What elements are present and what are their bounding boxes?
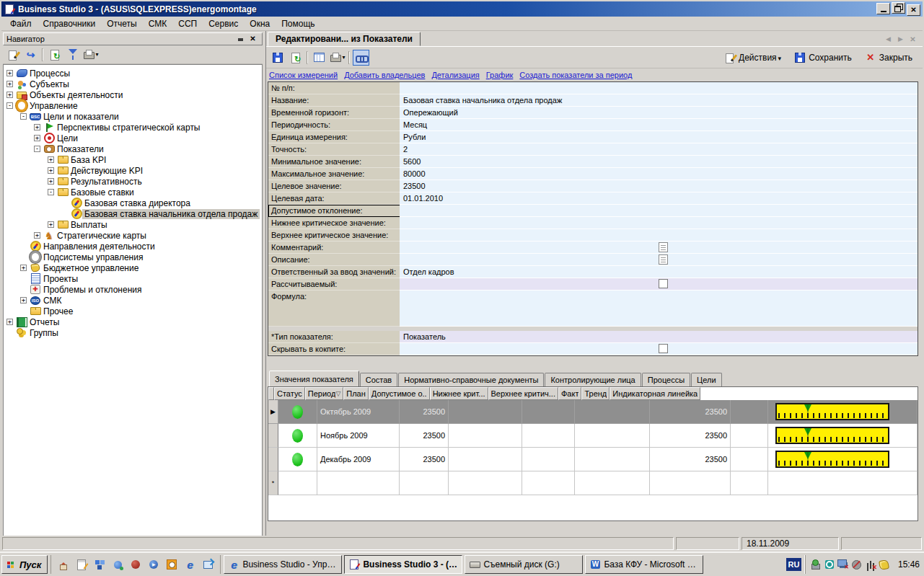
form-row-value[interactable]: Месяц [400,119,918,131]
tray-icon[interactable] [837,559,849,570]
tray-icon[interactable] [879,559,890,570]
form-row-value[interactable]: Базовая ставка начальника отдела продаж [400,94,918,107]
navigator-toolbar-button[interactable] [22,47,39,63]
window-control-button[interactable] [892,2,905,14]
form-row-value[interactable] [400,217,918,229]
editor-toolbar-button[interactable] [329,50,346,66]
tree-item[interactable]: + Цели [4,133,262,143]
tree-item[interactable]: + Выплаты [4,219,262,230]
task-window-button[interactable]: Business Studio 3 - (ASU... [344,555,462,574]
form-row-value[interactable]: 5600 [400,156,918,168]
tree-expander-icon[interactable]: + [48,167,54,174]
editor-tab[interactable]: Редактировани... из Показатели [268,32,421,46]
tree-item[interactable]: Базовая ставка директора [4,198,262,208]
tree-expander-icon[interactable]: - [20,113,27,120]
menu-item[interactable]: Сервис [203,17,244,30]
tree-expander-icon[interactable]: - [48,189,54,195]
tree-item[interactable]: + Объекты деятельности [4,89,262,100]
grid-column-header[interactable]: Тренд [581,387,610,400]
quick-launch-button[interactable] [182,557,198,572]
form-row-value[interactable]: Отдел кадров [400,266,918,278]
tray-icon[interactable] [810,559,822,570]
tree-expander-icon[interactable]: + [20,297,27,303]
tree-item[interactable]: + Субъекты [4,79,262,89]
tree-expander-icon[interactable]: + [6,319,13,325]
menu-item[interactable]: Помощь [276,17,320,30]
tree-expander-icon[interactable]: + [34,124,40,130]
detail-tab[interactable]: Нормативно-справочные документы [398,373,544,386]
editor-toolbar-button[interactable] [348,51,350,64]
navigator-header-button[interactable] [234,34,247,45]
detail-tab[interactable]: Состав [360,373,397,386]
command-link[interactable]: Добавить владельцев [344,71,425,79]
tree-expander-icon[interactable]: - [34,146,40,152]
grid-column-header[interactable]: Статус [274,387,305,400]
grid-column-header[interactable]: Нижнее крит... [430,387,488,400]
grid-column-header[interactable]: Допустимое о.. [369,387,430,400]
tree-item[interactable]: + Бюджетное управление [4,262,262,273]
tree-item[interactable]: + Стратегические карты [4,230,262,241]
command-link[interactable]: Детализация [431,71,479,79]
tray-icon[interactable] [851,559,863,570]
detail-tab[interactable]: Контролирующие лица [545,373,641,386]
grid-column-header[interactable]: Индикаторная линейка [610,387,700,400]
quick-launch-button[interactable] [200,557,216,572]
form-row-value[interactable] [400,291,918,327]
detail-tab[interactable]: Цели [691,373,721,386]
editor-toolbar-button[interactable] [353,50,369,66]
tree-item[interactable]: Подсистемы управления [4,252,262,262]
form-row-value[interactable] [400,242,918,254]
tray-icon[interactable] [865,559,876,570]
tree-item[interactable]: Проекты [4,273,262,284]
form-row-value[interactable] [400,254,918,266]
grid-column-header[interactable]: Факт [558,387,581,400]
quick-launch-button[interactable] [56,557,71,572]
navigator-toolbar-button[interactable] [42,48,43,61]
command-link[interactable]: График [486,71,514,79]
tree-expander-icon[interactable]: + [20,265,27,271]
quick-launch-button[interactable] [92,557,107,572]
tree-item[interactable]: + Действующие KPI [4,165,262,176]
tree-expander-icon[interactable]: + [48,178,54,185]
navigator-toolbar-button[interactable] [64,47,81,63]
editor-toolbar-button[interactable] [287,50,304,66]
command-link[interactable]: Создать показатели за период [519,71,632,79]
tree-expander-icon[interactable]: + [34,135,40,141]
splitter[interactable] [266,356,923,371]
menu-item[interactable]: Окна [244,17,276,30]
tree-expander-icon[interactable]: + [34,232,40,239]
quick-launch-button[interactable] [164,557,180,572]
quick-launch-button[interactable] [110,557,126,572]
window-control-button[interactable] [876,3,890,14]
tree-item[interactable]: Группы [4,327,262,338]
form-row-value[interactable]: 23500 [400,180,918,192]
grid-row[interactable]: ▶ Декабрь 2009 23500 23500 [268,448,918,471]
tree-item[interactable]: Проблемы и отклонения [4,284,262,295]
form-row-value[interactable] [400,82,918,94]
grid-column-header[interactable]: План [343,387,369,400]
start-button[interactable]: Пуск [1,555,48,574]
navigator-toolbar-button[interactable] [82,47,99,63]
quick-launch-button[interactable] [74,557,89,572]
action-button[interactable]: Действия [721,50,784,65]
tree-item[interactable]: - Показатели [4,143,262,154]
detail-tab[interactable]: Процессы [642,373,690,386]
action-button[interactable]: Закрыть [862,50,915,65]
tab-nav-button[interactable] [909,35,917,43]
detail-tab[interactable]: Значения показателя [269,371,359,386]
tree-item[interactable]: + Результативность [4,176,262,187]
form-row-value[interactable]: 01.01.2010 [400,192,918,205]
checkbox[interactable] [659,279,668,288]
task-window-button[interactable]: База КФУ - Microsoft Word [585,555,703,574]
command-link[interactable]: Список измерений [269,71,338,79]
tray-icon[interactable] [824,559,835,570]
grid-column-header[interactable] [268,387,274,400]
form-row-value[interactable]: Опережающий [400,107,918,119]
grid-column-header[interactable]: Период ▽ [305,387,344,400]
quick-launch-button[interactable] [146,557,162,572]
tree-item[interactable]: - Управление [4,100,262,111]
tree-item[interactable]: + СМК [4,295,262,306]
tree-expander-icon[interactable]: + [6,70,13,76]
menu-item[interactable]: Отчеты [101,17,142,30]
menu-item[interactable]: Файл [4,17,38,30]
